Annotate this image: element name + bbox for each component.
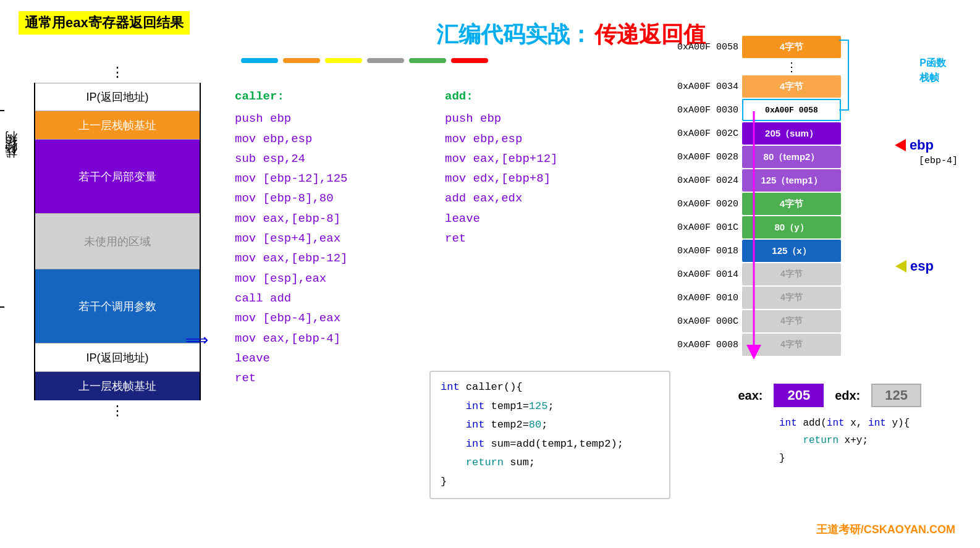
mem-row-000C: 0xA00F 000C 4字节: [664, 310, 841, 332]
stack-diagram: 栈帧结构 ⋮ IP(返回地址) 上一层栈帧基址 若干个局部变量: [34, 62, 201, 421]
esp-label: esp: [910, 258, 934, 274]
add-line-6: leave: [445, 209, 557, 229]
esp-arrow-container: esp: [895, 258, 934, 274]
caller-label: caller:: [235, 86, 347, 106]
title-asm: 汇编代码实战：: [436, 22, 592, 47]
mem-row-001C: 0xA00F 001C 80（y）: [664, 216, 841, 238]
ebp-arrow-container: ebp: [895, 137, 934, 153]
caller-code: caller: push ebp mov ebp,esp sub esp,24 …: [235, 86, 347, 388]
p-frame-label: P函数 栈帧: [919, 56, 946, 85]
eax-value: 205: [774, 384, 824, 407]
stack-row-unused: 未使用的区域: [35, 214, 200, 269]
caller-line-3: sub esp,24: [235, 149, 347, 169]
eax-name: eax:: [738, 389, 762, 403]
ebp4-label: [ebp-4]: [919, 156, 958, 166]
c-caller-line-1: int caller(){: [441, 378, 659, 397]
stack-row-local-vars: 若干个局部变量: [35, 140, 200, 214]
add-code: add: push ebp mov ebp,esp mov eax,[ebp+1…: [445, 86, 557, 248]
stack-row-frame-base-lower: 上一层栈帧基址: [35, 372, 200, 400]
mem-row-0034: 0xA00F 0034 4字节: [664, 75, 841, 98]
add-line-7: ret: [445, 229, 557, 248]
c-add-line-1: int add(int x, int y){: [779, 415, 958, 432]
caller-line-13: leave: [235, 348, 347, 368]
register-display: eax: 205 edx: 125: [738, 384, 921, 407]
mem-row-0058: 0xA00F 0058 4字节: [664, 36, 841, 58]
c-caller-line-6: }: [441, 473, 659, 492]
c-code-caller: int caller(){ int temp1=125; int temp2=8…: [429, 371, 670, 499]
caller-line-6: mov eax,[ebp-8]: [235, 209, 347, 229]
p-frame-brace: [839, 40, 849, 111]
c-caller-line-5: return sum;: [441, 453, 659, 473]
mem-row-0008: 0xA00F 0008 4字节: [664, 334, 841, 356]
caller-line-7: mov [esp+4],eax: [235, 229, 347, 248]
mem-row-0020: 0xA00F 0020 4字节: [664, 193, 841, 215]
caller-line-4: mov [ebp-12],125: [235, 169, 347, 188]
mem-row-0024: 0xA00F 0024 125（temp1）: [664, 169, 841, 192]
c-caller-line-2: int temp1=125;: [441, 397, 659, 416]
arrow-indicator: ⟹: [185, 327, 208, 355]
edx-name: edx:: [835, 389, 860, 403]
caller-line-10: call add: [235, 289, 347, 308]
top-note: 通常用eax寄存器返回结果: [19, 11, 190, 35]
edx-value: 125: [871, 384, 921, 407]
stack-row-ip-bottom: IP(返回地址): [35, 344, 200, 372]
stack-dots-top: ⋮: [34, 62, 201, 83]
add-line-4: mov edx,[ebp+8]: [445, 169, 557, 188]
add-label: add:: [445, 86, 557, 106]
caller-line-8: mov eax,[ebp-12]: [235, 248, 347, 268]
stack-label: 栈帧结构: [2, 148, 19, 168]
mem-dots-1: ⋮: [742, 59, 841, 74]
c-caller-line-3: int temp2=80;: [441, 416, 659, 435]
caller-line-14: ret: [235, 368, 347, 388]
c-code-add: int add(int x, int y){ return x+y; }: [779, 415, 958, 468]
stack-dots-bottom: ⋮: [34, 400, 201, 421]
ebp-arrow-head: [895, 139, 906, 151]
caller-line-5: mov [ebp-8],80: [235, 188, 347, 208]
mem-row-0014: 0xA00F 0014 4字节: [664, 263, 841, 285]
caller-line-11: mov [ebp-4],eax: [235, 308, 347, 328]
stack-row-ip-top: IP(返回地址): [35, 83, 200, 111]
add-line-3: mov eax,[ebp+12]: [445, 149, 557, 169]
mem-row-0028: 0xA00F 0028 80（temp2）: [664, 146, 841, 168]
memory-stack: 0xA00F 0058 4字节 ⋮ 0xA00F 0034 4字节 0xA00F…: [664, 36, 841, 357]
caller-line-2: mov ebp,esp: [235, 129, 347, 149]
esp-arrow-head: [895, 260, 906, 272]
add-line-1: push ebp: [445, 109, 557, 129]
add-line-2: mov ebp,esp: [445, 129, 557, 149]
mem-row-0030: 0xA00F 0030 0xA00F 0058: [664, 99, 841, 121]
c-caller-line-4: int sum=add(temp1,temp2);: [441, 435, 659, 454]
c-add-line-3: }: [779, 450, 958, 468]
color-bar: [241, 58, 488, 63]
caller-line-9: mov [esp],eax: [235, 269, 347, 289]
add-line-5: add eax,edx: [445, 188, 557, 208]
caller-line-1: push ebp: [235, 109, 347, 129]
stack-brace: [0, 110, 4, 308]
ebp-label: ebp: [910, 137, 934, 153]
mem-row-0010: 0xA00F 0010 4字节: [664, 287, 841, 309]
stack-row-params: 若干个调用参数: [35, 269, 200, 344]
caller-line-12: ⟹ mov eax,[ebp-4]: [235, 329, 347, 348]
stack-row-frame-base-upper: 上一层栈帧基址: [35, 111, 200, 140]
mem-row-0018: 0xA00F 0018 125（x）: [664, 240, 841, 262]
credit: 王道考研/CSKAOYAN.COM: [816, 522, 955, 537]
c-add-line-2: return x+y;: [779, 432, 958, 450]
stack-rows: IP(返回地址) 上一层栈帧基址 若干个局部变量 未使用的区域 若干个调用参: [34, 83, 201, 400]
mem-row-002C: 0xA00F 002C 205（sum）: [664, 122, 841, 145]
